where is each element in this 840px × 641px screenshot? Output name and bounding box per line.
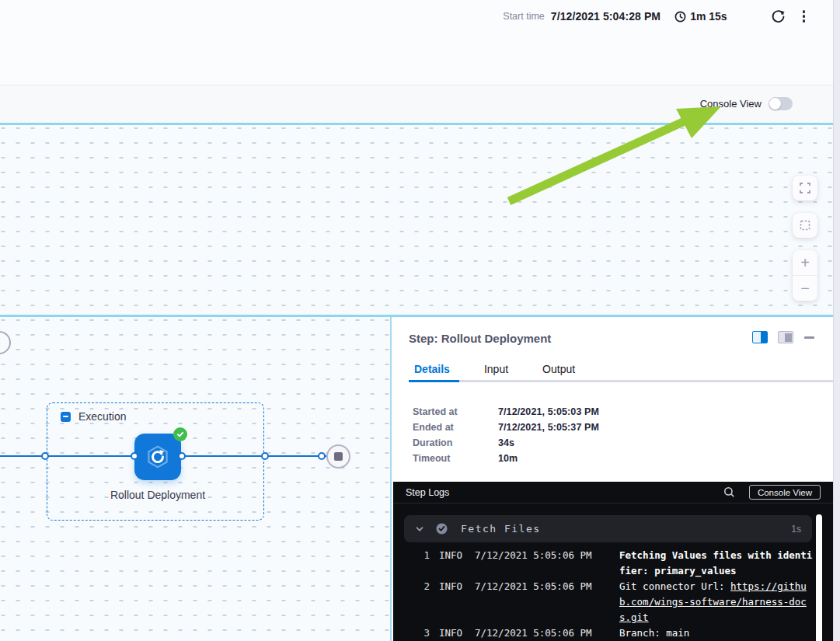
log-message: Fetching Values files with identifier: p… (619, 548, 814, 579)
console-view-toggle-group: Console View (700, 97, 793, 110)
log-line-number: 3 (413, 625, 430, 641)
detail-row: Started at 7/12/2021, 5:05:03 PM (413, 404, 599, 420)
panel-actions (752, 331, 816, 343)
detail-row: Timeout 10m (413, 451, 599, 466)
execution-group-header: Execution (61, 410, 126, 423)
step-logs-panel: Step Logs Console View (393, 482, 833, 641)
log-line: 2 INFO 7/12/2021 5:05:06 PM Git connecto… (393, 579, 819, 625)
rollout-step-icon (145, 444, 171, 470)
log-line: 3 INFO 7/12/2021 5:05:06 PM Branch: main (393, 625, 819, 641)
offscreen-node-arc (0, 331, 11, 354)
kebab-icon (803, 10, 805, 22)
start-time-label: Start time (503, 11, 545, 22)
log-timestamp: 7/12/2021 5:05:06 PM (475, 548, 593, 563)
pipeline-execution-page: Start time 7/12/2021 5:04:28 PM 1m 15s C… (0, 0, 840, 641)
log-message-prefix: Git connector Url: (619, 580, 730, 592)
page-edge-strip (833, 0, 840, 641)
plus-icon: + (800, 255, 810, 270)
log-level: INFO (439, 548, 464, 563)
end-in-port (318, 452, 326, 460)
log-line-number: 1 (413, 548, 430, 563)
refresh-icon (771, 9, 786, 24)
log-scrollbar[interactable] (816, 514, 822, 641)
marquee-select-icon (800, 220, 810, 231)
rollout-deployment-node[interactable] (134, 434, 181, 480)
step-logs-header: Step Logs Console View (393, 482, 833, 503)
log-level: INFO (439, 625, 464, 641)
detail-label: Duration (413, 437, 498, 448)
panel-layout-right-icon[interactable] (752, 331, 768, 343)
collapse-group-button[interactable] (61, 412, 71, 422)
graph-toolbar: Console View (0, 86, 833, 123)
log-line-number: 2 (413, 579, 430, 594)
execution-header: Start time 7/12/2021 5:04:28 PM 1m 15s (0, 0, 833, 85)
search-icon (723, 486, 735, 498)
canvas-controls: + − (793, 176, 817, 301)
log-search-button[interactable] (723, 486, 735, 498)
zoom-in-button[interactable]: + (793, 250, 817, 275)
node-in-port (131, 452, 138, 460)
group-in-port (41, 452, 49, 460)
detail-value: 34s (498, 437, 514, 448)
detail-value: 7/12/2021, 5:05:03 PM (498, 406, 599, 417)
tab-details[interactable]: Details (413, 363, 451, 375)
detail-label: Timeout (413, 453, 498, 464)
console-view-toggle[interactable] (769, 97, 793, 110)
clock-icon (674, 11, 686, 23)
console-view-label: Console View (700, 98, 762, 110)
start-time-value: 7/12/2021 5:04:28 PM (551, 10, 660, 23)
active-tab-indicator (409, 380, 459, 382)
elapsed-duration: 1m 15s (674, 10, 727, 23)
log-group-name: Fetch Files (461, 523, 541, 535)
toggle-knob (769, 98, 781, 110)
step-details-list: Started at 7/12/2021, 5:05:03 PM Ended a… (413, 404, 599, 466)
group-out-port (261, 452, 269, 460)
panel-layout-bottom-icon[interactable] (778, 331, 793, 343)
detail-row: Ended at 7/12/2021, 5:05:37 PM (413, 420, 599, 435)
execution-header-meta: Start time 7/12/2021 5:04:28 PM 1m 15s (503, 8, 810, 25)
console-view-button[interactable]: Console View (749, 485, 821, 500)
stop-icon (334, 452, 343, 461)
log-timestamp: 7/12/2021 5:05:06 PM (475, 625, 593, 641)
zoom-out-button[interactable]: − (793, 276, 817, 301)
log-level: INFO (439, 579, 464, 594)
zoom-controls: + − (793, 250, 817, 301)
log-group-duration: 1s (791, 524, 801, 535)
lower-section: Execution Rollou (0, 315, 833, 641)
log-message: Branch: main (619, 625, 814, 641)
log-message: Git connector Url: https://github.com/wi… (619, 579, 814, 625)
log-timestamp: 7/12/2021 5:05:06 PM (475, 579, 593, 594)
detail-row: Duration 34s (413, 435, 599, 451)
step-success-icon (436, 523, 448, 535)
detail-value: 10m (498, 453, 518, 464)
log-line: 1 INFO 7/12/2021 5:05:06 PM Fetching Val… (393, 548, 819, 579)
chevron-down-icon (415, 524, 424, 534)
minus-icon: − (800, 280, 810, 296)
log-group-fetch-files[interactable]: Fetch Files 1s (404, 515, 812, 542)
more-options-button[interactable] (798, 9, 810, 23)
step-tabs: Details Input Output (413, 363, 577, 375)
focus-selection-button[interactable] (793, 213, 817, 238)
tab-divider (409, 380, 833, 382)
step-logs-title: Step Logs (406, 487, 449, 498)
fullscreen-icon (800, 183, 810, 193)
node-out-port (178, 452, 186, 460)
detail-label: Ended at (413, 422, 498, 433)
refresh-button[interactable] (771, 9, 786, 24)
elapsed-text: 1m 15s (690, 10, 727, 23)
detail-label: Started at (413, 406, 498, 417)
pipeline-canvas-execution[interactable]: Execution Rollou (0, 317, 392, 641)
execution-group-label: Execution (78, 410, 126, 423)
tab-input[interactable]: Input (483, 363, 510, 375)
log-lines: 1 INFO 7/12/2021 5:05:06 PM Fetching Val… (393, 548, 819, 641)
pipeline-canvas-upper[interactable]: + − (0, 123, 833, 315)
step-details-panel: Step: Rollout Deployment Details Input O… (393, 317, 833, 641)
node-label: Rollout Deployment (103, 486, 212, 503)
pipeline-end-node[interactable] (326, 444, 350, 469)
detail-value: 7/12/2021, 5:05:37 PM (498, 422, 599, 433)
fullscreen-button[interactable] (793, 176, 817, 200)
tab-output[interactable]: Output (541, 363, 577, 375)
success-badge (173, 427, 187, 441)
step-panel-title: Step: Rollout Deployment (409, 332, 551, 345)
minimize-panel-button[interactable] (803, 331, 816, 343)
